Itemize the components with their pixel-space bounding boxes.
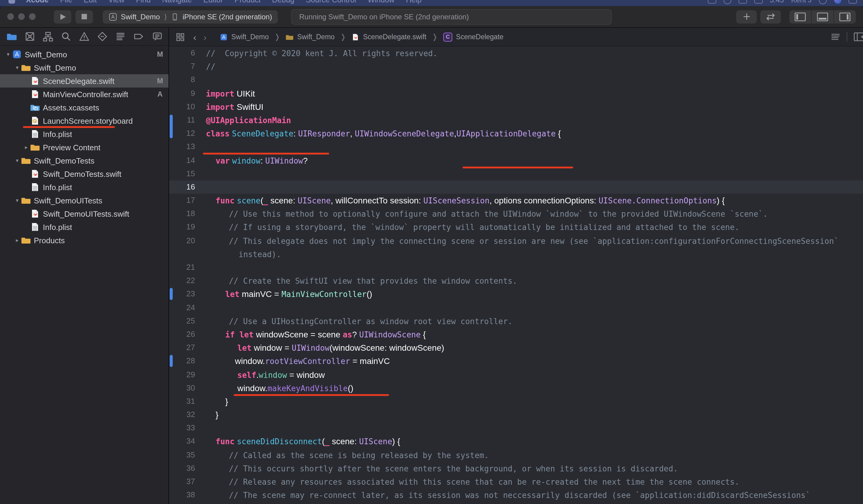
code-line-36[interactable]: 36// This occurs shortly after the scene… (169, 462, 863, 475)
code-line-12[interactable]: 12class SceneDelegate: UIResponder, UIWi… (169, 127, 863, 140)
display-status-icon[interactable] (708, 0, 716, 4)
code-line-wrap[interactable]: instead). (169, 248, 863, 261)
code-line-32[interactable]: 32} (169, 408, 863, 421)
code-line-27[interactable]: 27let window = UIWindow(windowScene: win… (169, 341, 863, 354)
menu-bar-clock[interactable]: 3:45 (770, 0, 784, 4)
toggle-navigator-button[interactable] (789, 10, 811, 23)
menu-item-view[interactable]: View (108, 0, 124, 4)
navigator-tab-bubble[interactable] (151, 30, 163, 42)
apple-menu-icon[interactable] (9, 0, 15, 4)
code-line-6[interactable]: 6// Copyright © 2020 kent J. All rights … (169, 47, 863, 60)
navigator-tree-item[interactable]: Info.plist (0, 127, 168, 141)
navigator-tab-tag[interactable] (133, 30, 145, 42)
navigator-tab-mag[interactable] (60, 30, 72, 42)
navigator-tab-hier[interactable] (42, 30, 54, 42)
scheme-name[interactable]: Swift_Demo (121, 12, 160, 21)
adjust-editor-icon[interactable] (830, 33, 841, 41)
code-line-11[interactable]: 11@UIApplicationMain (169, 113, 863, 127)
navigator-tab-diam[interactable] (96, 30, 109, 42)
disclosure-triangle-icon[interactable]: ▸ (22, 144, 30, 150)
menu-item-help[interactable]: Help (406, 0, 421, 4)
traffic-light-close[interactable] (7, 13, 14, 20)
menu-bar-user[interactable]: Kent J (791, 0, 812, 4)
code-line-26[interactable]: 26if let windowScene = scene as? UIWindo… (169, 328, 863, 341)
traffic-light-zoom[interactable] (29, 13, 36, 20)
navigator-tree-item[interactable]: SceneDelegate.swiftM (0, 74, 168, 88)
code-line-38[interactable]: 38// The scene may re-connect later, as … (169, 488, 863, 502)
code-line-21[interactable]: 21 (169, 261, 863, 274)
menu-item-xcode[interactable]: Xcode (26, 0, 49, 4)
disclosure-triangle-icon[interactable]: ▸ (13, 237, 21, 243)
run-destination[interactable]: iPhone SE (2nd generation) (183, 12, 272, 21)
disclosure-triangle-icon[interactable]: ▾ (4, 51, 12, 57)
code-area[interactable]: 6// Copyright © 2020 kent J. All rights … (169, 46, 863, 504)
spotlight-search-icon[interactable] (819, 0, 827, 4)
forward-button[interactable]: › (203, 32, 207, 42)
code-line-18[interactable]: 18// Use this method to optionally confi… (169, 207, 863, 220)
wifi-status-icon[interactable] (754, 0, 762, 4)
menu-item-navigate[interactable]: Navigate (162, 0, 192, 4)
menu-item-product[interactable]: Product (235, 0, 261, 4)
breadcrumb-item[interactable]: SceneDelegate (456, 33, 503, 40)
code-line-34[interactable]: 34func sceneDidDisconnect(_ scene: UISce… (169, 435, 863, 448)
navigator-tree-item[interactable]: Swift_DemoTests.swift (0, 167, 168, 180)
navigator-tree-item[interactable]: ▾Swift_DemoUITests (0, 194, 168, 207)
menu-item-debug[interactable]: Debug (272, 0, 295, 4)
menu-item-edit[interactable]: Edit (84, 0, 97, 4)
code-line-7[interactable]: 7// (169, 60, 863, 73)
disclosure-triangle-icon[interactable]: ▾ (13, 197, 21, 203)
disclosure-triangle-icon[interactable]: ▾ (13, 158, 21, 164)
traffic-light-minimize[interactable] (18, 13, 25, 20)
stop-button[interactable] (75, 10, 93, 23)
code-line-22[interactable]: 22// Create the SwiftUI view that provid… (169, 274, 863, 287)
navigator-tree-item[interactable]: ▸Preview Content (0, 141, 168, 154)
toggle-debug-area-button[interactable] (811, 10, 834, 23)
code-line-29[interactable]: 29self.window = window (169, 368, 863, 381)
breadcrumb-item[interactable]: Swift_Demo (231, 33, 269, 40)
code-line-8[interactable]: 8 (169, 73, 863, 87)
battery-status-icon[interactable] (738, 0, 747, 4)
code-line-17[interactable]: 17func scene(_ scene: UIScene, willConne… (169, 194, 863, 207)
disclosure-triangle-icon[interactable]: ▾ (13, 65, 21, 71)
code-line-19[interactable]: 19// If using a storyboard, the `window`… (169, 220, 863, 234)
code-line-25[interactable]: 25// Use a UIHostingController as window… (169, 314, 863, 328)
menu-item-find[interactable]: Find (136, 0, 151, 4)
code-line-20[interactable]: 20// This delegate does not imply the co… (169, 234, 863, 247)
navigator-tree-item[interactable]: Info.plist (0, 180, 168, 194)
run-button[interactable] (54, 10, 71, 23)
activity-viewer[interactable]: Running Swift_Demo on iPhone SE (2nd gen… (291, 9, 612, 24)
code-line-33[interactable]: 33 (169, 421, 863, 435)
navigator-tree-item[interactable]: ▸Products (0, 234, 168, 247)
code-line-9[interactable]: 9import UIKit (169, 87, 863, 100)
code-line-28[interactable]: 28window.rootViewController = mainVC (169, 355, 863, 368)
navigator-tree-item[interactable]: LaunchScreen.storyboard (0, 114, 168, 127)
control-center-icon[interactable] (849, 0, 857, 4)
navigator-tree-item[interactable]: Swift_DemoUITests.swift (0, 207, 168, 220)
navigator-tree-item[interactable]: Info.plist (0, 220, 168, 234)
navigator-tree-item[interactable]: MainViewController.swiftA (0, 88, 168, 101)
code-line-31[interactable]: 31} (169, 395, 863, 408)
do-not-disturb-icon[interactable] (723, 0, 731, 4)
navigator-tab-warn[interactable] (78, 30, 90, 42)
menu-item-source-control[interactable]: Source Control (306, 0, 356, 4)
navigator-tab-boxx[interactable] (24, 30, 36, 42)
menu-item-file[interactable]: File (60, 0, 72, 4)
code-line-35[interactable]: 35// Called as the scene is being releas… (169, 448, 863, 462)
code-line-37[interactable]: 37// Release any resources associated wi… (169, 475, 863, 488)
library-button[interactable] (736, 10, 757, 23)
related-items-icon[interactable] (176, 32, 185, 41)
code-review-button[interactable] (760, 10, 781, 23)
code-line-24[interactable]: 24 (169, 301, 863, 314)
breadcrumb-item[interactable]: Swift_Demo (297, 33, 335, 40)
breadcrumb-item[interactable]: SceneDelegate.swift (363, 33, 426, 40)
navigator-tree-item[interactable]: ▾Swift_Demo (0, 61, 168, 74)
scheme-selector[interactable]: Swift_Demo ⟩ iPhone SE (2nd generation) (103, 10, 278, 23)
code-line-30[interactable]: 30window.makeKeyAndVisible() (169, 381, 863, 394)
code-line-wrap[interactable]: instead) (169, 502, 863, 504)
code-line-13[interactable]: 13 (169, 140, 863, 154)
code-line-23[interactable]: 23let mainVC = MainViewController() (169, 288, 863, 301)
siri-icon[interactable] (834, 0, 841, 4)
navigator-tab-list[interactable] (115, 30, 127, 42)
code-line-15[interactable]: 15 (169, 167, 863, 180)
menu-item-window[interactable]: Window (367, 0, 395, 4)
